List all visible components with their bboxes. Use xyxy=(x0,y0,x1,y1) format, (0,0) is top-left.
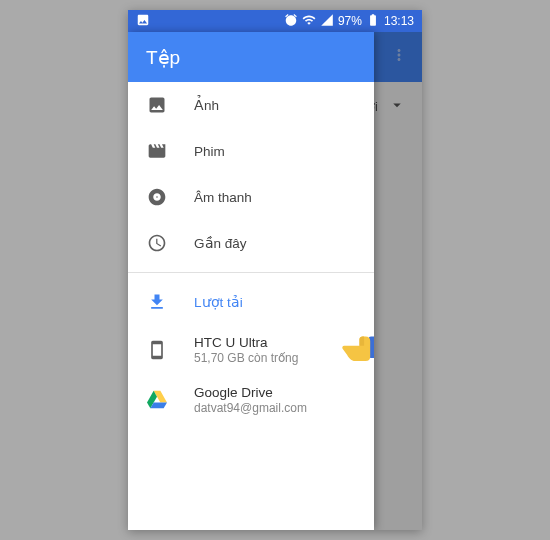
drawer-body: Ảnh Phim Âm thanh Gần đây xyxy=(128,82,374,530)
nav-item-audio[interactable]: Âm thanh xyxy=(128,174,374,220)
album-icon xyxy=(146,186,168,208)
nav-drawer: Tệp Ảnh Phim Âm thanh xyxy=(128,32,374,530)
signal-icon xyxy=(320,13,334,30)
storage-title: HTC U Ultra xyxy=(194,335,298,350)
nav-item-images[interactable]: Ảnh xyxy=(128,82,374,128)
movie-icon xyxy=(146,140,168,162)
phone-frame: 97% 13:13 lới Tệp xyxy=(128,10,422,530)
storage-item-device[interactable]: HTC U Ultra 51,70 GB còn trống xyxy=(128,325,374,375)
nav-item-downloads[interactable]: Lượt tải xyxy=(128,279,374,325)
nav-label: Gần đây xyxy=(194,235,247,251)
nav-item-recent[interactable]: Gần đây xyxy=(128,220,374,266)
alarm-icon xyxy=(284,13,298,30)
svg-rect-0 xyxy=(369,337,374,358)
pointer-hand-icon xyxy=(338,328,374,372)
storage-subtitle: datvat94@gmail.com xyxy=(194,401,307,415)
download-icon xyxy=(146,291,168,313)
nav-item-videos[interactable]: Phim xyxy=(128,128,374,174)
status-bar: 97% 13:13 xyxy=(128,10,422,32)
battery-percent: 97% xyxy=(338,14,362,28)
storage-subtitle: 51,70 GB còn trống xyxy=(194,351,298,365)
storage-item-gdrive[interactable]: Google Drive datvat94@gmail.com xyxy=(128,375,374,425)
clock-icon xyxy=(146,232,168,254)
drawer-title: Tệp xyxy=(128,32,374,82)
nav-label: Lượt tải xyxy=(194,294,243,310)
nav-label: Ảnh xyxy=(194,97,219,113)
image-icon xyxy=(136,16,150,30)
divider xyxy=(128,272,374,273)
nav-label: Âm thanh xyxy=(194,190,252,205)
wifi-icon xyxy=(302,13,316,30)
storage-title: Google Drive xyxy=(194,385,307,400)
google-drive-icon xyxy=(146,389,168,411)
battery-icon xyxy=(366,13,380,30)
phone-icon xyxy=(146,339,168,361)
nav-label: Phim xyxy=(194,144,225,159)
image-icon xyxy=(146,94,168,116)
clock-time: 13:13 xyxy=(384,14,414,28)
